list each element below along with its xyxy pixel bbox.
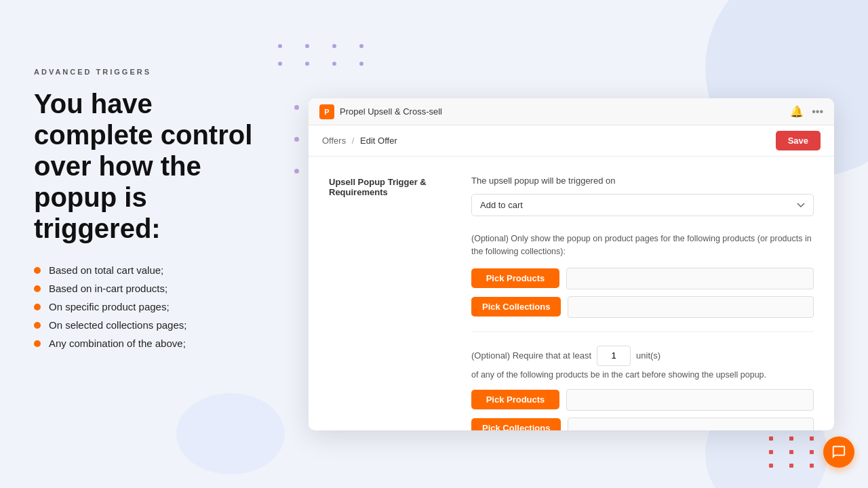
require-subtext: of any of the following products be in t… <box>471 370 814 380</box>
chat-button[interactable] <box>823 436 854 468</box>
pick-collections-button-1[interactable]: Pick Collections <box>471 297 561 317</box>
chat-icon <box>831 445 846 460</box>
breadcrumb-current: Edit Offer <box>360 136 397 146</box>
bullet-text: Based on in-cart products; <box>49 283 167 294</box>
bg-circle-left-bottom <box>176 393 285 474</box>
pick-products-button-2[interactable]: Pick Products <box>471 390 559 409</box>
more-icon[interactable]: ••• <box>812 106 823 118</box>
pick-collections-row-1: Pick Collections <box>471 296 814 318</box>
require-prefix: (Optional) Require that at least <box>471 350 591 361</box>
dot-grid-top <box>278 44 373 66</box>
trigger-select[interactable]: Add to cartPage loadExit intent <box>471 194 814 216</box>
bullet-dot <box>34 340 41 347</box>
pick-products-button-1[interactable]: Pick Products <box>471 268 559 288</box>
quantity-input[interactable] <box>597 346 631 366</box>
bullet-item: On specific product pages; <box>34 301 278 312</box>
bullet-text: On specific product pages; <box>49 301 170 312</box>
pick-collections-input-1[interactable] <box>568 296 814 318</box>
divider <box>471 331 814 332</box>
require-suffix: unit(s) <box>636 350 660 361</box>
pick-products-input-1[interactable] <box>566 268 814 289</box>
optional1-text: (Optional) Only show the popup on produc… <box>471 232 814 258</box>
content-area: Upsell Popup Trigger & Requirements The … <box>309 157 834 430</box>
feature-list: Based on total cart value;Based on in-ca… <box>34 264 278 349</box>
title-bar: P Propel Upsell & Cross-sell 🔔 ••• <box>309 98 834 125</box>
nav-bar: Offers / Edit Offer Save <box>309 125 834 157</box>
bullet-dot <box>34 322 41 329</box>
left-dots <box>294 105 299 174</box>
app-title: Propel Upsell & Cross-sell <box>340 106 442 117</box>
section-label: ADVANCED TRIGGERS <box>34 68 278 76</box>
trigger-content: The upsell popup will be triggered on Ad… <box>471 176 814 430</box>
pick-products-row-2: Pick Products <box>471 389 814 411</box>
pick-collections-input-2[interactable] <box>568 418 814 431</box>
save-button[interactable]: Save <box>776 131 821 150</box>
breadcrumb-separator: / <box>352 136 355 146</box>
trigger-section: Upsell Popup Trigger & Requirements The … <box>329 176 814 430</box>
bullet-text: Based on total cart value; <box>49 264 163 276</box>
breadcrumb-offers[interactable]: Offers <box>322 136 346 146</box>
bullet-item: Based on in-cart products; <box>34 283 278 294</box>
section-title: Upsell Popup Trigger & Requirements <box>329 176 451 430</box>
bullet-text: On selected collections pages; <box>49 319 186 331</box>
breadcrumb: Offers / Edit Offer <box>322 136 397 146</box>
bullet-item: On selected collections pages; <box>34 319 278 331</box>
app-window: P Propel Upsell & Cross-sell 🔔 ••• Offer… <box>309 98 834 430</box>
bullet-dot <box>34 267 41 274</box>
title-bar-right: 🔔 ••• <box>790 105 823 118</box>
bullet-item: Any combination of the above; <box>34 338 278 349</box>
bell-icon[interactable]: 🔔 <box>790 105 804 118</box>
pick-products-row-1: Pick Products <box>471 268 814 289</box>
require-row: (Optional) Require that at least unit(s) <box>471 346 814 366</box>
bullet-dot <box>34 304 41 310</box>
pick-collections-button-2[interactable]: Pick Collections <box>471 418 561 430</box>
title-bar-left: P Propel Upsell & Cross-sell <box>319 104 442 119</box>
left-panel: ADVANCED TRIGGERS You have complete cont… <box>34 68 278 356</box>
trigger-label-text: The upsell popup will be triggered on <box>471 176 814 186</box>
dot-grid-red <box>769 436 821 468</box>
bullet-dot <box>34 285 41 292</box>
bullet-item: Based on total cart value; <box>34 264 278 276</box>
bullet-text: Any combination of the above; <box>49 338 186 349</box>
pick-products-input-2[interactable] <box>566 389 814 411</box>
headline: You have complete control over how the p… <box>34 88 278 244</box>
pick-collections-row-2: Pick Collections <box>471 418 814 431</box>
app-logo-icon: P <box>319 104 334 119</box>
